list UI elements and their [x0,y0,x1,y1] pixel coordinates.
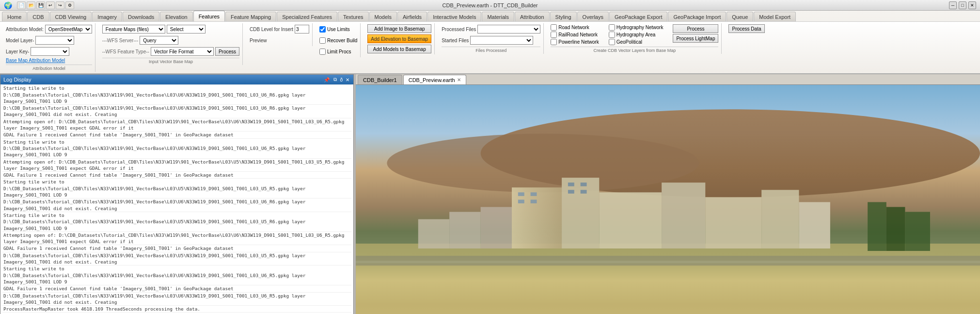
qa-settings-button[interactable]: ⚙ [65,1,74,9]
quick-access-toolbar: 📄 📂 💾 ↩ ↪ ⚙ [15,1,76,10]
started-files-select[interactable] [470,36,533,45]
powerline-network-checkbox[interactable] [551,39,557,45]
limit-procs-checkbox[interactable] [319,49,326,55]
close-button[interactable]: ✕ [968,1,976,9]
tab-interactive-models[interactable]: Interactive Models [427,12,481,21]
svg-rect-3 [868,202,886,251]
tab-feature-mapping[interactable]: Feature Mapping [225,12,276,21]
qa-new-button[interactable]: 📄 [17,1,26,9]
log-panel-number: ð [340,77,343,83]
window-controls: ─ □ ✕ [949,1,976,9]
qa-open-button[interactable]: 📂 [27,1,35,9]
select-dropdown[interactable]: Select [167,25,205,33]
layer-key-select[interactable] [31,47,69,56]
svg-rect-2 [356,244,980,314]
svg-rect-24 [568,190,574,194]
attribution-model-label: Attribution Model: [6,27,44,32]
svg-rect-15 [418,219,449,248]
use-limits-checkbox[interactable] [319,26,326,33]
tab-airfields[interactable]: Airfields [397,12,427,21]
processed-files-select[interactable] [477,25,540,33]
tab-home[interactable]: Home [2,12,27,21]
qa-undo-button[interactable]: ↩ [46,1,55,9]
window-title: CDB_Preview.earth - DTT_CDB_Builder [443,2,538,8]
tab-overlays[interactable]: Overlays [577,12,609,21]
network-col1: Road Network RailRoad Network Powerline … [551,24,599,45]
svg-rect-21 [531,199,537,203]
tab-features[interactable]: Features [193,11,225,21]
process-button[interactable]: Process [215,47,239,56]
model-layer-row: Model Layer- [6,35,92,45]
log-line: Starting tile write to D:\CDB_Datasets\T… [2,212,351,232]
tab-imagery[interactable]: Imagery [92,12,122,21]
feature-maps-row: Feature Maps (files) Select [102,24,239,34]
attribution-model-select[interactable]: OpenStreetMap [45,25,92,33]
wfs-server-row: ---WFS Server--- Query [102,35,239,45]
tab-model-export[interactable]: Model Export [754,12,796,21]
base-map-attribution-link[interactable]: Base Map Attribution Model [6,58,92,63]
tab-downloads[interactable]: Downloads [123,12,159,21]
log-line: Starting tile write to D:\CDB_Datasets\T… [2,85,351,105]
feature-maps-select[interactable]: Feature Maps (files) [102,25,165,33]
process-network-button[interactable]: Process [673,24,718,33]
log-line: D:\CDB_Datasets\Tutorial_CDB\Tiles\N33\W… [2,198,351,212]
log-line: Starting tile write to D:\CDB_Datasets\T… [2,139,351,159]
add-image-button[interactable]: Add Image to Basemap [367,24,431,33]
add-elevation-button[interactable]: Add Elevation to Basemap [367,34,431,43]
qa-redo-button[interactable]: ↪ [56,1,64,9]
tab-styling[interactable]: Styling [550,12,577,21]
hydrography-network-checkbox[interactable] [609,24,615,31]
minimize-button[interactable]: ─ [949,1,957,9]
processed-files-label: Processed Files [442,27,476,32]
add-buttons-group: Add Image to Basemap Add Elevation to Ba… [364,23,435,54]
process-lightmap-button[interactable]: Process LightMap [673,34,718,43]
svg-rect-10 [705,197,761,248]
attribution-group: Attribution Model: OpenStreetMap Model L… [3,23,95,72]
log-pin-button[interactable]: 📌 [323,77,331,83]
hydrography-network-label: Hydrography Network [616,25,664,30]
geopolitical-checkbox[interactable] [609,39,615,45]
maximize-button[interactable]: □ [959,1,966,9]
recover-build-checkbox[interactable] [319,37,326,44]
tab-specialized-features[interactable]: Specialized Features [277,12,337,21]
svg-rect-8 [599,192,662,248]
log-close-button[interactable]: ✕ [345,77,350,83]
tab-geopackage-import[interactable]: GeoPackage Import [668,12,726,21]
basemap-group: Use Limits Recover Build Limit Procs [316,23,361,57]
log-float-button[interactable]: ⧉ [332,77,338,83]
hydrography-area-checkbox[interactable] [609,32,615,38]
tab-models[interactable]: Models [369,12,397,21]
limit-procs-label: Limit Procs [327,49,351,54]
geopolitical-row: GeoPolitical [609,39,664,45]
road-network-checkbox[interactable] [551,24,557,31]
viewer-tab-preview-label: CDB_Preview.earth [409,77,455,83]
tab-textures[interactable]: Textures [338,12,369,21]
tab-cdb[interactable]: CDB [27,12,49,21]
viewer-tab-close-icon[interactable]: ✕ [457,77,461,83]
process-data-group: Process Data [726,23,767,34]
railroad-network-checkbox[interactable] [551,32,557,38]
powerline-network-label: Powerline Network [558,39,599,45]
tab-geopackage-export[interactable]: GeoPackage Export [609,12,667,21]
tab-cdb-viewing[interactable]: CDB Viewing [50,12,92,21]
ribbon-content: Attribution Model: OpenStreetMap Model L… [0,21,980,73]
qa-save-button[interactable]: 💾 [36,1,45,9]
query-dropdown[interactable]: Query [140,36,178,45]
tab-attribution[interactable]: Attribution [515,12,550,21]
tab-elevation[interactable]: Elevation [160,12,192,21]
title-bar: 🌍 📄 📂 💾 ↩ ↪ ⚙ CDB_Preview.earth - DTT_CD… [0,0,980,11]
tab-queue[interactable]: Queue [727,12,753,21]
model-layer-select[interactable] [35,36,74,45]
tab-materials[interactable]: Materials [482,12,514,21]
log-content[interactable]: GDAL Failure 1 received Cannot find tabl… [0,84,353,314]
svg-rect-25 [581,190,587,194]
vector-format-select[interactable]: Vector File Format [151,47,214,56]
log-line: D:\CDB_Datasets\Tutorial_CDB\Tiles\N33\W… [2,252,351,266]
viewer-tab-builder[interactable]: CDB_Builder1 [358,75,402,84]
viewer-tab-preview[interactable]: CDB_Preview.earth ✕ [403,75,466,84]
preview-row: Preview [250,35,309,45]
process-data-button[interactable]: Process Data [728,24,764,33]
layer-key-row: Layer Key- [6,47,92,56]
cdb-level-input[interactable] [295,25,309,33]
add-models-button[interactable]: Add Models to Basemap [367,45,431,53]
